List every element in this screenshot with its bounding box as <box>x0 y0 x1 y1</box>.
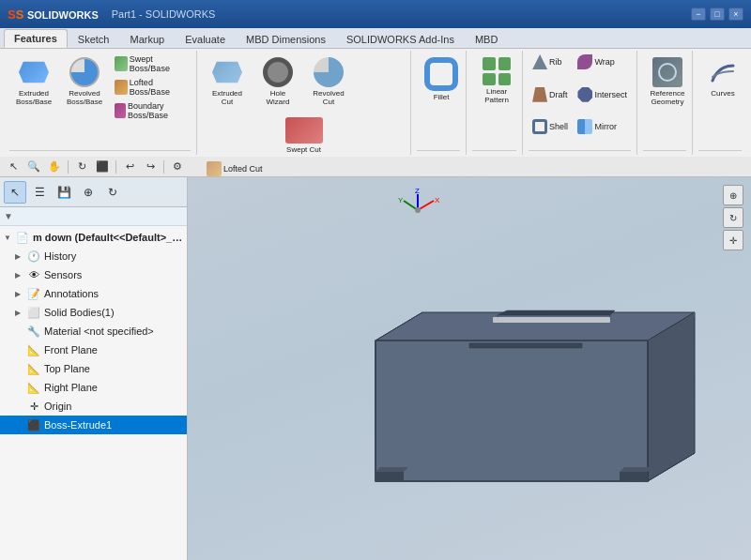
material-arrow <box>15 327 26 336</box>
right-plane-arrow <box>15 384 26 392</box>
solid-bodies-label: Solid Bodies(1) <box>44 307 183 318</box>
swept-cut-button[interactable]: Swept Cut <box>203 113 405 159</box>
draft-button[interactable]: Draft <box>529 85 572 104</box>
extruded-boss-icon <box>19 57 49 87</box>
tree-item-history[interactable]: ▶ 🕐 History <box>0 247 187 265</box>
rib-button[interactable]: Rib <box>529 53 572 71</box>
tab-mbd[interactable]: MBD <box>465 29 508 48</box>
group-fillet: Fillet <box>411 51 467 155</box>
tree-item-boss-extrude1[interactable]: ⬛ Boss-Extrude1 <box>0 416 187 434</box>
extruded-cut-button[interactable]: ExtrudedCut <box>203 53 252 111</box>
wrap-button[interactable]: Wrap <box>574 53 631 71</box>
curves-icon <box>708 57 738 87</box>
view-pan-button[interactable]: ✛ <box>723 230 743 250</box>
curves-button[interactable]: Curves <box>698 53 747 102</box>
lofted-boss-label: Lofted Boss/Base <box>130 78 187 97</box>
lofted-cut-label: Lofted Cut <box>223 164 263 174</box>
right-plane-icon: 📐 <box>26 380 41 395</box>
extruded-boss-label: ExtrudedBoss/Base <box>16 89 52 106</box>
tree-item-right-plane[interactable]: 📐 Right Plane <box>0 378 187 397</box>
tree-item-front-plane[interactable]: 📐 Front Plane <box>0 341 187 359</box>
revolved-cut-button[interactable]: RevolvedCut <box>304 53 353 111</box>
title-bar: SS SOLIDWORKS Part1 - SOLIDWORKS − □ × <box>0 0 751 28</box>
redo-button[interactable]: ↪ <box>141 159 160 175</box>
close-button[interactable]: × <box>728 8 743 21</box>
fillet-button[interactable]: Fillet <box>417 53 466 106</box>
ribbon-tab-bar: Features Sketch Markup Evaluate MBD Dime… <box>0 28 751 49</box>
maximize-button[interactable]: □ <box>710 8 725 21</box>
pattern-content: LinearPattern <box>472 53 516 148</box>
main-area: ↖ ☰ 💾 ⊕ ↻ ▼ ▼ 📄 m down (Default<<Default… <box>0 177 751 560</box>
lofted-cut-icon <box>207 161 222 176</box>
view-options-button[interactable]: ⚙ <box>168 159 187 175</box>
intersect-button[interactable]: Intersect <box>574 85 631 104</box>
svg-rect-14 <box>493 317 610 323</box>
feature-manager-button[interactable]: ↖ <box>4 181 26 204</box>
tree-item-sensors[interactable]: ▶ 👁 Sensors <box>0 265 187 284</box>
annotations-icon: 📝 <box>26 286 41 301</box>
history-icon: 🕐 <box>26 249 41 264</box>
sidebar: ↖ ☰ 💾 ⊕ ↻ ▼ ▼ 📄 m down (Default<<Default… <box>0 177 188 560</box>
tab-solidworks-addins[interactable]: SOLIDWORKS Add-Ins <box>336 29 465 48</box>
tree-item-annotations[interactable]: ▶ 📝 Annotations <box>0 284 187 303</box>
group-pattern: LinearPattern <box>467 51 523 155</box>
reference-geometry-button[interactable]: ReferenceGeometry <box>643 53 692 111</box>
material-icon: 🔧 <box>26 324 41 339</box>
history-arrow: ▶ <box>15 252 26 261</box>
fillet-content: Fillet <box>417 53 460 148</box>
tree-item-material[interactable]: 🔧 Material <not specified> <box>0 322 187 341</box>
tree-item-root[interactable]: ▼ 📄 m down (Default<<Default>_Displa <box>0 228 187 247</box>
hole-wizard-button[interactable]: HoleWizard <box>253 53 302 111</box>
extruded-cut-icon <box>212 57 242 87</box>
curves-group-label <box>698 150 742 153</box>
linear-pattern-icon <box>483 57 511 85</box>
ribbon-panel: ExtrudedBoss/Base RevolvedBoss/Base Swep… <box>0 49 751 157</box>
boss-extrude1-arrow <box>15 421 26 430</box>
minimize-button[interactable]: − <box>691 8 706 21</box>
zoom-tool[interactable]: 🔍 <box>24 159 43 175</box>
svg-text:X: X <box>435 196 440 204</box>
config-manager-button[interactable]: 💾 <box>53 181 75 204</box>
tab-mbd-dimensions[interactable]: MBD Dimensions <box>236 29 336 48</box>
mirror-icon <box>577 119 592 134</box>
svg-marker-9 <box>620 467 652 472</box>
linear-pattern-button[interactable]: LinearPattern <box>472 53 521 109</box>
right-plane-label: Right Plane <box>44 382 183 393</box>
pattern-group-label <box>472 150 516 153</box>
view-zoom-button[interactable]: ⊕ <box>723 185 743 205</box>
dim-xpert-button[interactable]: ⊕ <box>77 181 100 204</box>
swept-boss-button[interactable]: Swept Boss/Base <box>111 53 191 75</box>
3d-viewport[interactable]: ⊕ ↻ ✛ X Y Z <box>188 177 751 560</box>
curves-content: Curves <box>698 53 742 148</box>
svg-marker-7 <box>376 467 408 472</box>
intersect-icon <box>577 87 592 102</box>
pointer-tool[interactable]: ↖ <box>4 159 23 175</box>
sensors-label: Sensors <box>44 269 183 280</box>
lofted-boss-button[interactable]: Lofted Boss/Base <box>111 76 191 98</box>
tab-sketch[interactable]: Sketch <box>68 29 120 48</box>
wrap-icon <box>577 54 592 69</box>
tab-evaluate[interactable]: Evaluate <box>175 29 236 48</box>
rotate-tool[interactable]: ↻ <box>72 159 91 175</box>
reference-geometry-label: ReferenceGeometry <box>651 89 685 106</box>
tab-markup[interactable]: Markup <box>120 29 176 48</box>
shell-button[interactable]: Shell <box>529 117 572 136</box>
boundary-boss-button[interactable]: Boundary Boss/Base <box>111 99 191 122</box>
lofted-cut-button[interactable]: Lofted Cut <box>203 159 405 178</box>
mirror-button[interactable]: Mirror <box>574 117 631 136</box>
undo-button[interactable]: ↩ <box>120 159 139 175</box>
view-rotate-button[interactable]: ↻ <box>723 207 743 228</box>
tree-item-top-plane[interactable]: 📐 Top Plane <box>0 359 187 378</box>
hole-wizard-icon <box>263 57 293 87</box>
window-controls: − □ × <box>691 8 743 21</box>
zoom-window-tool[interactable]: ⬛ <box>93 159 112 175</box>
property-manager-button[interactable]: ☰ <box>28 181 51 204</box>
group-reference-geometry: ReferenceGeometry <box>637 51 693 155</box>
revolved-boss-button[interactable]: RevolvedBoss/Base <box>60 53 109 111</box>
extruded-boss-button[interactable]: ExtrudedBoss/Base <box>9 53 58 111</box>
tree-item-solid-bodies[interactable]: ▶ ⬜ Solid Bodies(1) <box>0 303 187 322</box>
display-manager-button[interactable]: ↻ <box>101 181 124 204</box>
tab-features[interactable]: Features <box>4 29 68 48</box>
pan-tool[interactable]: ✋ <box>45 159 64 175</box>
tree-item-origin[interactable]: ✛ Origin <box>0 397 187 416</box>
